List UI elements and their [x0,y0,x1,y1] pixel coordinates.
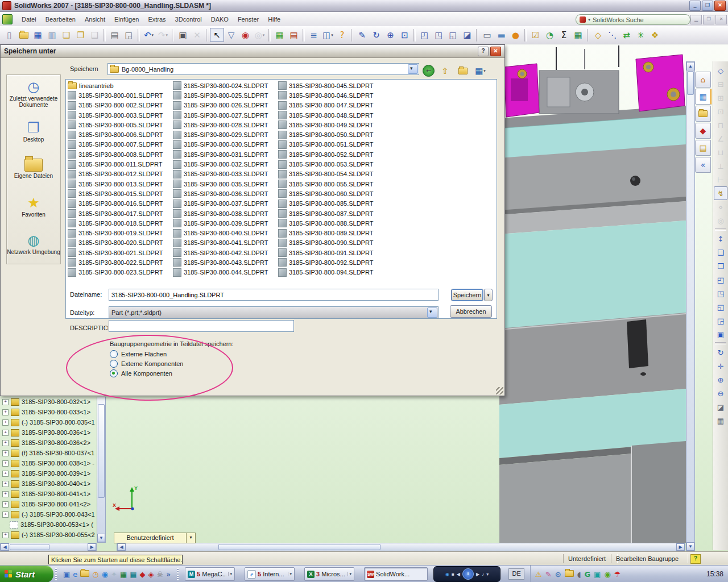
iso-view-icon[interactable]: ◱ [446,28,460,42]
solidworks-search-box[interactable]: ▾ SolidWorks Suche [576,14,690,25]
file-item[interactable]: 3185-SIP30-800-001.SLDPRT [68,90,172,100]
shaded-mode-icon[interactable]: ▦ [714,414,727,427]
description-input[interactable] [109,320,294,332]
print-icon[interactable]: ▤ [107,28,122,42]
file-item[interactable]: 3185-SIP30-800-094.SLDPRT [278,268,382,277]
scroll-right-icon[interactable]: ▶ [88,543,96,551]
file-item[interactable]: 3185-SIP30-800-026.SLDPRT [173,101,277,110]
select-icon[interactable]: ↖ [210,28,224,42]
megacad-icon[interactable]: ▦ [130,570,136,579]
file-item[interactable]: 3185-SIP30-800-012.SLDPRT [68,169,172,179]
move-component-icon[interactable]: ⇄ [619,28,634,42]
zoom-area-icon[interactable]: ⊡ [398,28,412,42]
expand-icon[interactable]: + [2,481,9,487]
sketch-icon[interactable]: ✎ [355,28,369,42]
surface-finish-icon[interactable]: ⊥ [714,159,727,173]
dropdown-arrow-icon[interactable]: ▾ [348,572,352,576]
datum-feature-icon[interactable]: ⋄ [714,200,727,214]
dialog-close-button[interactable]: ✕ [490,47,501,56]
volume-tray-icon[interactable]: ◖ [577,570,581,579]
file-item[interactable]: 3185-SIP30-800-029.SLDPRT [173,130,277,139]
rotate-view-icon[interactable]: ↻ [714,346,727,359]
file-item[interactable]: 3185-SIP30-800-037.SLDPRT [173,199,277,209]
tree-item[interactable]: 3185-SIP30-800-053<1> ( [2,519,97,530]
status-help-icon[interactable]: ? [690,554,701,564]
language-indicator[interactable]: DE [508,568,524,580]
menu-ansicht[interactable]: Ansicht [80,14,110,24]
file-item[interactable]: 3185-SIP30-800-020.SLDPRT [68,238,172,248]
up-folder-icon[interactable]: ⇧ [438,64,452,78]
file-item[interactable]: 3185-SIP30-800-091.SLDPRT [278,248,382,257]
tree-scrollbar[interactable]: ▼ [97,397,106,543]
file-item[interactable]: 3185-SIP30-800-045.SLDPRT [278,81,382,90]
file-item[interactable]: 3185-SIP30-800-046.SLDPRT [278,90,382,100]
file-item[interactable]: 3185-SIP30-800-051.SLDPRT [278,140,382,149]
rebuild-icon[interactable]: ◉ [238,28,253,42]
filename-input[interactable] [109,289,439,301]
folder-options-icon[interactable] [80,570,89,578]
publish-edrawing-icon[interactable]: ❑ [88,28,102,42]
file-item[interactable]: 3185-SIP30-800-006.SLDPRT [68,130,172,139]
ordinate-dimension-icon[interactable]: ⊓ [714,118,727,132]
solidworks-icon[interactable]: ◆ [139,570,145,579]
avira-icon[interactable]: ☂ [614,570,621,579]
tree-item[interactable]: +(-) 3185-SIP30-800-035<1 [2,417,97,427]
mdi-close-button[interactable]: ✕ [715,15,727,24]
tablet-icon[interactable]: ✎ [545,570,552,579]
expand-icon[interactable]: + [2,471,9,477]
file-item[interactable]: 3185-SIP30-800-011.SLDPRT [68,159,172,169]
view-cube-left-icon[interactable]: ◰ [714,273,727,286]
file-item[interactable]: 3185-SIP30-800-016.SLDPRT [68,199,172,209]
tree-item[interactable]: +3185-SIP30-800-039<1> [2,468,97,479]
file-item[interactable]: 3185-SIP30-800-041.SLDPRT [173,238,277,248]
file-item[interactable]: 3185-SIP30-800-092.SLDPRT [278,257,382,267]
expand-icon[interactable]: + [2,532,9,538]
file-item[interactable]: 3185-SIP30-800-085.SLDPRT [278,199,382,209]
file-item[interactable]: 3185-SIP30-800-043.SLDPRT [173,257,277,267]
dropdown-arrow-icon[interactable]: ▾ [166,33,168,38]
combo-dropdown-icon[interactable] [427,307,437,318]
weld-symbol-icon[interactable]: ⊢ [714,173,727,186]
resources-tab[interactable]: ⌂ [695,72,711,88]
make-drawing-icon[interactable]: ▥ [45,28,59,42]
skull-icon[interactable]: ☠ [156,570,163,579]
viewport-vscrollbar[interactable]: ▲ ▼ [686,61,695,551]
top-view-icon[interactable]: ◳ [432,28,446,42]
open-icon[interactable] [16,28,31,42]
file-item[interactable]: 3185-SIP30-800-031.SLDPRT [173,149,277,159]
delete-icon[interactable]: ✕ [190,28,204,42]
stop-button[interactable]: ■ [452,572,454,577]
file-item[interactable]: 3185-SIP30-800-033.SLDPRT [173,169,277,179]
lightning-icon[interactable]: ↯ [714,186,727,200]
tree-item[interactable]: +3185-SIP30-800-038<1> - [2,458,97,468]
tree-item[interactable]: +3185-SIP30-800-041<1> [2,489,97,499]
mdi-minimize-button[interactable]: ▁ [690,15,702,24]
tree-item[interactable]: +(-) 3185-SIP30-800-055<2 [2,530,97,540]
scroll-down-icon[interactable]: ▼ [97,534,105,542]
expand-icon[interactable]: + [2,430,9,436]
expand-icon[interactable]: + [2,399,9,405]
close-button[interactable]: ✕ [714,1,726,11]
file-item[interactable]: 3185-SIP30-800-015.SLDPRT [68,189,172,198]
make-part-from-assembly-icon[interactable]: ❏ [59,28,73,42]
toolbar-grip[interactable] [177,568,179,580]
menu-einfügen[interactable]: Einfügen [110,14,143,24]
expand-icon[interactable]: + [2,419,9,426]
palette-tab[interactable]: ▤ [695,140,711,156]
dropdown-arrow-icon[interactable]: ▾ [152,33,154,38]
taskbar-button-megacad[interactable]: M5MegaC...▾ [185,567,235,581]
zoom-out-icon[interactable]: ⊖ [714,386,727,400]
security-shield-icon[interactable]: ⚠ [535,570,542,579]
tree-item[interactable]: +3185-SIP30-800-032<1> [2,397,97,407]
file-item[interactable]: 3185-SIP30-800-044.SLDPRT [173,268,277,277]
file-item[interactable]: 3185-SIP30-800-022.SLDPRT [68,257,172,267]
wireframe-icon[interactable]: ▭ [480,28,494,42]
design-table-icon[interactable]: ▦ [571,28,585,42]
appearance-icon[interactable]: ● [508,28,523,42]
new-document-icon[interactable]: ▯ [2,28,16,42]
start-button[interactable]: Start [0,566,53,582]
help-icon[interactable]: ? [335,28,349,42]
expand-icon[interactable]: + [2,450,9,456]
design-checker-icon[interactable]: ☑ [528,28,543,42]
view-mode-button[interactable]: Benutzerdefiniert [114,533,187,543]
